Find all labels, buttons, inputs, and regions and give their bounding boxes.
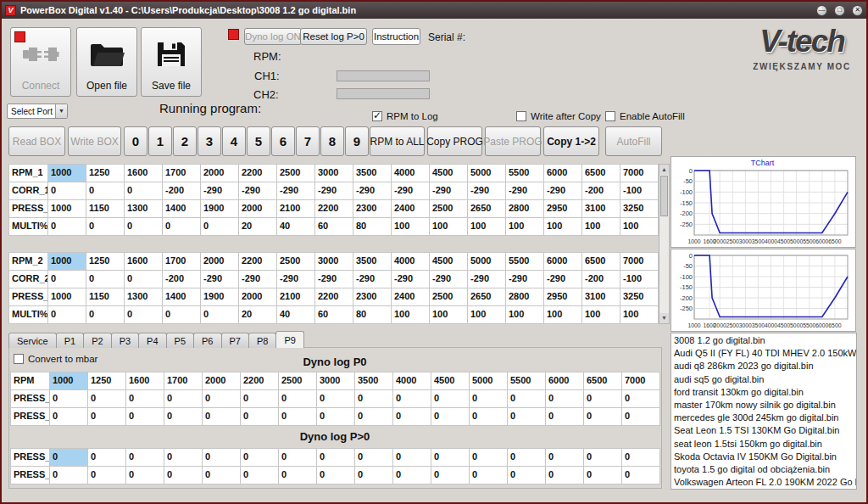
table-cell[interactable]: 100 <box>544 306 582 324</box>
table-cell[interactable]: -290 <box>506 182 544 200</box>
table-cell[interactable]: 4000 <box>392 253 430 271</box>
autofill-button[interactable]: AutoFill <box>605 126 662 156</box>
table-cell[interactable]: 0 <box>125 271 163 288</box>
table-cell[interactable]: 1000 <box>48 200 86 218</box>
table-cell[interactable]: 0 <box>164 408 203 426</box>
table-cell[interactable]: 0 <box>50 467 88 484</box>
tab-p3[interactable]: P3 <box>111 333 139 348</box>
table-cell[interactable]: -100 <box>620 182 659 200</box>
table-cell[interactable]: 0 <box>203 467 241 484</box>
table-cell[interactable]: 0 <box>203 449 241 467</box>
table-cell[interactable]: 100 <box>544 218 582 236</box>
table-cell[interactable]: 2650 <box>468 200 506 218</box>
table-cell[interactable]: 100 <box>468 218 506 236</box>
table-cell[interactable]: 2000 <box>239 288 277 306</box>
file-list-item[interactable]: audi sq5 go digital.bin <box>671 373 856 386</box>
table-cell[interactable]: -290 <box>353 182 392 200</box>
table-cell[interactable]: 0 <box>50 390 88 408</box>
table-cell[interactable]: 2400 <box>392 288 430 306</box>
program-digit-button-6[interactable]: 6 <box>271 126 295 156</box>
table-cell[interactable]: 0 <box>622 449 660 467</box>
table-cell[interactable]: 0 <box>470 390 508 408</box>
table-cell[interactable]: 0 <box>126 449 164 467</box>
table-cell[interactable]: 1900 <box>201 288 239 306</box>
table-cell[interactable]: 2000 <box>201 253 239 271</box>
table-cell[interactable]: -100 <box>620 271 659 288</box>
table-cell[interactable]: 0 <box>48 182 86 200</box>
table-cell[interactable]: 0 <box>393 408 431 426</box>
file-list-item[interactable]: Skoda Octavia IV 150KM Go Digital.bin <box>671 451 856 463</box>
table-cell[interactable]: 4500 <box>430 253 468 271</box>
table-cell[interactable]: 0 <box>241 449 279 467</box>
table-cell[interactable]: 0 <box>126 467 164 484</box>
table-cell[interactable]: 2300 <box>353 288 392 306</box>
table-cell[interactable]: 100 <box>392 306 430 324</box>
table-cell[interactable]: 3100 <box>582 288 620 306</box>
table-cell[interactable]: 1250 <box>88 372 126 390</box>
table-cell[interactable]: 0 <box>431 467 470 484</box>
table-cell[interactable]: 1300 <box>125 288 163 306</box>
table-cell[interactable]: 1150 <box>86 200 125 218</box>
table-cell[interactable]: 100 <box>392 218 430 236</box>
table-cell[interactable]: 0 <box>164 390 203 408</box>
table-cell[interactable]: 1000 <box>50 372 88 390</box>
program-digit-button-0[interactable]: 0 <box>124 126 147 156</box>
file-list-item[interactable]: Seat Leon 1.5 TSI 130KM Go Digital.bin <box>671 424 856 437</box>
table-cell[interactable]: 0 <box>584 390 622 408</box>
table-cell[interactable]: 100 <box>506 218 544 236</box>
dyno-log-on-button[interactable]: Dyno log ON <box>244 28 302 45</box>
table-cell[interactable]: 100 <box>582 218 620 236</box>
table-cell[interactable]: 0 <box>241 390 279 408</box>
table-cell[interactable]: -290 <box>277 271 315 288</box>
table-cell[interactable]: 3500 <box>355 372 393 390</box>
table-cell[interactable]: 0 <box>546 408 584 426</box>
table-cell[interactable]: 2400 <box>392 200 430 218</box>
table-cell[interactable]: 0 <box>546 390 584 408</box>
program-digit-button-8[interactable]: 8 <box>320 126 344 156</box>
table-cell[interactable]: 3250 <box>620 288 659 306</box>
table-cell[interactable]: 2300 <box>353 200 392 218</box>
tab-p7[interactable]: P7 <box>221 333 249 348</box>
table-cell[interactable]: 2200 <box>239 165 277 182</box>
table-cell[interactable]: -290 <box>544 271 582 288</box>
table-cell[interactable]: 40 <box>277 306 315 324</box>
table-cell[interactable]: -200 <box>163 271 201 288</box>
table-cell[interactable]: 100 <box>430 218 468 236</box>
program-digit-button-9[interactable]: 9 <box>345 126 369 156</box>
table-cell[interactable]: -200 <box>163 182 201 200</box>
open-file-button[interactable]: Open file <box>76 27 137 97</box>
table-cell[interactable]: 2100 <box>277 288 315 306</box>
table-cell[interactable]: 0 <box>50 449 88 467</box>
file-list-item[interactable]: ford transit 130km go digital.bin <box>671 386 856 399</box>
table-cell[interactable]: 0 <box>88 449 126 467</box>
copy-prog-button[interactable]: Copy PROG <box>427 126 482 156</box>
table-cell[interactable]: 2200 <box>239 253 277 271</box>
table-cell[interactable]: 20 <box>239 218 277 236</box>
table-cell[interactable]: 0 <box>86 182 125 200</box>
file-list-item[interactable]: audi q8 286km 2023 go digital.bin <box>671 360 856 372</box>
close-button[interactable]: ✕ <box>852 5 863 16</box>
table-cell[interactable]: 2950 <box>544 200 582 218</box>
table-cell[interactable]: 80 <box>353 218 392 236</box>
table-cell[interactable]: 100 <box>620 218 659 236</box>
table-cell[interactable]: 0 <box>241 467 279 484</box>
table-cell[interactable]: 0 <box>164 467 203 484</box>
table-cell[interactable]: 0 <box>355 449 393 467</box>
program-digit-button-5[interactable]: 5 <box>247 126 270 156</box>
table-cell[interactable]: 0 <box>279 390 317 408</box>
table-cell[interactable]: -290 <box>239 271 277 288</box>
table-cell[interactable]: 4000 <box>392 165 430 182</box>
table-cell[interactable]: -290 <box>392 182 430 200</box>
table-cell[interactable]: -290 <box>201 271 239 288</box>
table-cell[interactable]: 0 <box>622 390 660 408</box>
rpm-to-log-checkbox[interactable]: RPM to Log <box>372 111 438 121</box>
table-cell[interactable]: 2200 <box>315 288 353 306</box>
table-cell[interactable]: 0 <box>125 306 163 324</box>
table-cell[interactable]: 0 <box>88 467 126 484</box>
table-cell[interactable]: 0 <box>431 390 470 408</box>
table-cell[interactable]: 1600 <box>125 165 163 182</box>
table-cell[interactable]: 1250 <box>86 253 125 271</box>
table-cell[interactable]: 1000 <box>48 165 86 182</box>
table-cell[interactable]: 0 <box>125 182 163 200</box>
table-cell[interactable]: 1600 <box>125 253 163 271</box>
